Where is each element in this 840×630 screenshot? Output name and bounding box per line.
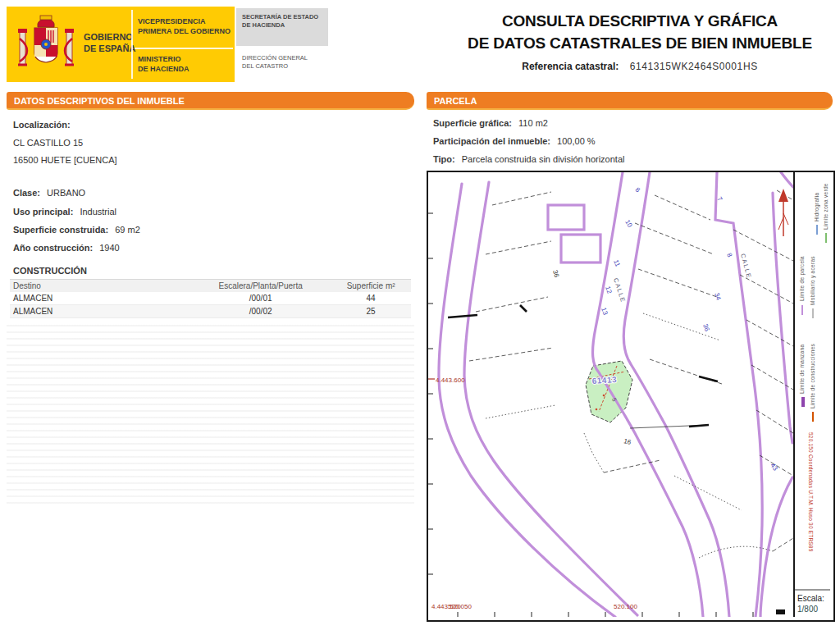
tipo-value: Parcela construida sin división horizont… — [462, 154, 625, 164]
street-number: 11 — [612, 258, 622, 268]
referencia-label: Referencia catastral: — [522, 61, 619, 72]
street-number: 13 — [600, 307, 609, 317]
superficie-construida-value: 69 m2 — [115, 225, 140, 235]
clase-label: Clase: — [13, 188, 40, 198]
cell-escalera: /00/01 — [190, 292, 331, 305]
tipo-label: Tipo: — [433, 154, 455, 164]
axis-ticks — [428, 213, 753, 617]
map-legend-sidebar: Hidrografía Límite zona verde Límite de … — [793, 172, 830, 617]
legend-swatch-construcciones — [812, 412, 814, 422]
document-title-block: CONSULTA DESCRIPTIVA Y GRÁFICA DE DATOS … — [447, 10, 833, 72]
cadastral-document-page: GOBIERNO DE ESPAÑA VICEPRESIDENCIA PRIME… — [0, 0, 840, 630]
col-escalera: Escalera/Planta/Puerta — [190, 280, 331, 293]
document-title-line1: CONSULTA DESCRIPTIVA Y GRÁFICA — [447, 10, 833, 32]
legend-mobiliario: Mobiliario y aceras — [809, 248, 817, 305]
participacion-value: 100,00 % — [557, 136, 595, 146]
cell-superficie: 44 — [331, 292, 411, 305]
scale-value: 1/800 — [797, 605, 818, 614]
street-number: 36 — [701, 323, 711, 333]
legend-swatch-manzana — [801, 397, 805, 407]
cell-destino: ALMACEN — [10, 292, 190, 305]
street-number: 10 — [623, 219, 634, 230]
street-number: 43 — [769, 462, 779, 472]
table-row: ALMACEN /00/01 44 — [10, 292, 411, 305]
manzana-limit-segments — [448, 305, 718, 427]
anio-construccion-value: 1940 — [99, 243, 119, 253]
government-logo-block: GOBIERNO DE ESPAÑA VICEPRESIDENCIA PRIME… — [7, 7, 322, 82]
anio-construccion-label: Año construcción: — [13, 243, 93, 253]
cell-destino: ALMACEN — [10, 305, 190, 318]
participacion-label: Participación del inmueble: — [433, 136, 550, 146]
logo-divider-horizontal — [135, 48, 233, 49]
coord-y-left: 4.443.600 — [436, 377, 465, 384]
direccion-line1: CL CASTILLO 15 — [13, 138, 83, 148]
legend-hidrografia: Hidrografía — [813, 182, 821, 221]
superficie-grafica-label: Superficie gráfica: — [433, 118, 512, 128]
direccion-line2: 16500 HUETE [CUENCA] — [13, 155, 117, 165]
legend-limite-manzana: Límite de manzana — [798, 343, 806, 394]
utm-reference-text: 520.150 Coordenadas U.T.M. Huso 30 ETRS8… — [806, 432, 815, 588]
superficie-grafica-value: 110 m2 — [518, 118, 548, 128]
col-destino: Destino — [10, 280, 190, 293]
empty-table-rows — [7, 320, 414, 509]
section-header-datos: DATOS DESCRIPTIVOS DEL INMUEBLE — [7, 92, 414, 110]
legend-swatch-zona-verde — [825, 233, 827, 243]
referencia-catastral: Referencia catastral: 6141315WK2464S0001… — [447, 61, 833, 72]
cadastral-map: CALLE CALLE 8 10 11 12 13 7 8 34 36 43 3… — [427, 171, 835, 622]
scale-divider — [795, 589, 830, 591]
parcel-boundary-lines — [469, 190, 793, 551]
logo-vicepresidencia-text: VICEPRESIDENCIA PRIMERA DEL GOBIERNO — [138, 16, 232, 36]
legend-swatch-hidrografia — [816, 225, 818, 235]
document-title-line2: DE DATOS CATASTRALES DE BIEN INMUEBLE — [447, 32, 833, 54]
corner-mark — [776, 609, 785, 614]
street-number: 8 — [634, 186, 642, 194]
north-arrow-icon — [778, 189, 788, 236]
construccion-title: CONSTRUCCIÓN — [13, 266, 87, 276]
street-number: 12 — [604, 285, 614, 295]
legend-limite-parcela: Límite de parcela — [798, 250, 806, 301]
table-header-row: Destino Escalera/Planta/Puerta Superfici… — [10, 280, 411, 293]
construction-point — [603, 395, 605, 397]
section-datos-descriptivos: DATOS DESCRIPTIVOS DEL INMUEBLE Localiza… — [7, 92, 414, 512]
cell-escalera: /00/02 — [190, 305, 331, 318]
street-number: 8 — [725, 252, 733, 258]
logo-direccion-text: DIRECCIÓN GENERAL DEL CATASTRO — [242, 54, 308, 71]
table-row: ALMACEN /00/02 25 — [10, 305, 411, 318]
parcel-number: 16 — [623, 437, 632, 446]
referencia-value: 6141315WK2464S0001HS — [630, 61, 758, 72]
street-name-label: CALLE — [612, 277, 627, 304]
construction-point — [596, 409, 598, 411]
cell-superficie: 25 — [331, 305, 411, 318]
scale-label: Escala: — [797, 594, 824, 603]
legend-swatch-parcela — [801, 305, 803, 315]
construccion-table: Destino Escalera/Planta/Puerta Superfici… — [10, 279, 411, 318]
logo-secretaria-box: SECRETARÍA DE ESTADO DE HACIENDA — [236, 8, 328, 46]
logo-gobierno-text: GOBIERNO DE ESPAÑA — [84, 31, 135, 54]
legend-limite-construcciones: Límite de construcciones — [809, 336, 817, 409]
superficie-construida-label: Superficie construida: — [13, 225, 108, 235]
clase-value: URBANO — [47, 188, 85, 198]
localizacion-label: Localización: — [13, 120, 71, 130]
section-header-parcela: PARCELA — [427, 92, 833, 110]
legend-swatch-mobiliario — [812, 308, 814, 318]
map-drawing: CALLE CALLE 8 10 11 12 13 7 8 34 36 43 3… — [428, 172, 793, 617]
logo-ministerio-text: MINISTERIO DE HACIENDA — [138, 54, 189, 74]
street-number: 34 — [713, 292, 723, 302]
coord-x-bottom-1: 520.050 — [448, 603, 472, 610]
legend-zona-verde: Límite zona verde — [822, 179, 830, 230]
section-parcela: PARCELA Superficie gráfica: 110 m2 Parti… — [427, 92, 833, 623]
street-numbers: 8 10 11 12 13 7 8 34 36 43 — [600, 186, 779, 472]
logo-divider — [131, 10, 133, 79]
uso-value: Industrial — [80, 207, 116, 217]
dotted-boundary-lines — [486, 313, 773, 558]
parcel-number: 36 — [551, 269, 560, 278]
col-superficie: Superficie m² — [331, 280, 411, 293]
uso-label: Uso principal: — [13, 207, 73, 217]
parcel-reference-label: 61413 — [591, 375, 617, 386]
spain-coat-of-arms — [13, 11, 79, 78]
coord-x-bottom-2: 520.100 — [614, 603, 637, 610]
